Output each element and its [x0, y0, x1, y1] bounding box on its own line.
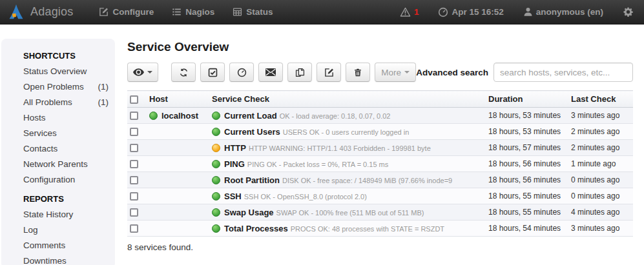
sidebar-item-log[interactable]: Log: [23, 222, 109, 238]
services-count-footer: 8 services found.: [127, 242, 633, 252]
edit-button[interactable]: [317, 63, 341, 82]
last-check-cell: 1 minute ago: [568, 156, 633, 172]
sidebar-section-shortcuts: SHORTCUTS Status Overview Open Problems(…: [23, 51, 115, 188]
settings-button[interactable]: [616, 0, 636, 25]
nav-item-configure[interactable]: Configure: [90, 0, 163, 25]
open-problems-count: (1): [98, 79, 109, 95]
host-status-ok-icon: [149, 112, 158, 120]
service-status-ok-icon: [212, 208, 220, 217]
eye-icon: [133, 68, 144, 76]
alerts-count-badge: 1: [414, 7, 419, 17]
service-link[interactable]: Current Users: [224, 127, 280, 137]
table-row[interactable]: Swap UsageSWAP OK - 100% free (511 MB ou…: [127, 204, 633, 221]
adagios-logo-icon: [8, 4, 25, 21]
column-header-service[interactable]: Service Check: [209, 91, 486, 108]
service-link[interactable]: Root Partition: [224, 175, 280, 185]
service-link[interactable]: Swap Usage: [224, 208, 274, 217]
view-dropdown-button[interactable]: [127, 63, 158, 82]
row-checkbox[interactable]: [130, 144, 138, 152]
table-row[interactable]: SSHSSH OK - OpenSSH_8.0 (protocol 2.0) 1…: [127, 188, 633, 204]
host-link[interactable]: localhost: [161, 111, 198, 121]
service-status-ok-icon: [212, 160, 220, 168]
nav-item-nagios[interactable]: Nagios: [163, 0, 223, 25]
pencil-square-icon: [99, 7, 109, 17]
service-status-warning-icon: [212, 144, 220, 152]
service-link[interactable]: Total Processes: [224, 224, 288, 233]
navbar-right: 1 Apr 15 16:52 anonymous (en): [393, 0, 636, 25]
service-status-detail: OK - load average: 0.18, 0.07, 0.02: [280, 112, 391, 120]
service-status-ok-icon: [212, 112, 220, 120]
row-checkbox[interactable]: [130, 192, 138, 201]
top-navbar: Adagios Configure Nagios Status 1 Apr: [0, 0, 644, 25]
list-icon: [172, 7, 182, 17]
clock-datetime[interactable]: Apr 15 16:52: [431, 0, 510, 25]
clock-icon: [438, 7, 448, 17]
refresh-button[interactable]: [171, 63, 196, 82]
select-all-checkbox[interactable]: [130, 95, 138, 104]
search-input[interactable]: [493, 63, 633, 82]
table-row[interactable]: Total ProcessesPROCS OK: 48 processes wi…: [127, 221, 633, 237]
table-row[interactable]: PINGPING OK - Packet loss = 0%, RTA = 0.…: [127, 156, 633, 172]
column-header-host[interactable]: Host: [147, 91, 209, 108]
alerts-indicator[interactable]: 1: [393, 0, 426, 25]
table-row[interactable]: HTTPHTTP WARNING: HTTP/1.1 403 Forbidden…: [127, 140, 633, 156]
gear-icon: [623, 6, 634, 17]
sidebar-section-title: REPORTS: [23, 194, 115, 204]
service-status-detail: SSH OK - OpenSSH_8.0 (protocol 2.0): [244, 193, 367, 201]
sidebar-item-downtimes[interactable]: Downtimes: [23, 253, 109, 265]
sidebar-item-status-overview[interactable]: Status Overview: [23, 64, 109, 79]
sidebar-item-open-problems[interactable]: Open Problems(1): [23, 79, 109, 95]
sidebar-item-comments[interactable]: Comments: [23, 238, 109, 253]
table-row[interactable]: localhost Current LoadOK - load average:…: [127, 108, 633, 124]
sidebar-item-state-history[interactable]: State History: [23, 207, 109, 222]
duration-cell: 18 hours, 54 minutes: [486, 221, 568, 237]
more-label: More: [381, 68, 401, 77]
row-checkbox[interactable]: [130, 160, 138, 168]
row-checkbox[interactable]: [130, 176, 138, 184]
sidebar-item-services[interactable]: Services: [23, 126, 109, 141]
toolbar: More Advanced search: [127, 63, 633, 82]
acknowledge-button[interactable]: [200, 63, 225, 82]
last-check-cell: 2 minutes ago: [568, 124, 633, 140]
schedule-downtime-button[interactable]: [229, 63, 254, 82]
row-checkbox[interactable]: [130, 128, 138, 136]
envelope-icon: [265, 68, 276, 76]
datetime-label: Apr 15 16:52: [452, 7, 503, 17]
row-checkbox[interactable]: [130, 208, 138, 217]
send-notification-button[interactable]: [258, 63, 283, 82]
brand-logo[interactable]: Adagios: [8, 4, 73, 21]
delete-button[interactable]: [346, 63, 370, 82]
duration-cell: 18 hours, 53 minutes: [486, 124, 568, 140]
table-grid-icon: [233, 7, 242, 17]
sidebar-item-contacts[interactable]: Contacts: [23, 141, 109, 157]
table-row[interactable]: Root PartitionDISK OK - free space: / 14…: [127, 172, 633, 188]
duration-cell: 18 hours, 56 minutes: [486, 156, 568, 172]
warning-triangle-icon: [400, 7, 411, 17]
service-status-ok-icon: [212, 128, 220, 136]
edit-pencil-square-icon: [324, 68, 334, 77]
sidebar-section-title: SHORTCUTS: [23, 51, 115, 61]
check-square-icon: [208, 68, 218, 77]
service-link[interactable]: PING: [224, 159, 245, 169]
sidebar-item-all-problems[interactable]: All Problems(1): [23, 95, 109, 110]
service-status-detail: USERS OK - 0 users currently logged in: [283, 128, 410, 136]
page-title: Service Overview: [127, 40, 633, 54]
main-content: Service Overview: [127, 36, 633, 252]
column-header-last-check[interactable]: Last Check: [568, 91, 633, 108]
service-link[interactable]: Current Load: [224, 111, 277, 121]
column-header-duration[interactable]: Duration: [486, 91, 568, 108]
service-link[interactable]: HTTP: [224, 143, 246, 153]
copy-icon: [295, 68, 305, 77]
nav-item-status[interactable]: Status: [223, 0, 282, 25]
service-link[interactable]: SSH: [224, 191, 242, 201]
sidebar-item-configuration[interactable]: Configuration: [23, 172, 109, 188]
row-checkbox[interactable]: [130, 112, 138, 120]
sidebar-item-hosts[interactable]: Hosts: [23, 110, 109, 126]
more-dropdown-button[interactable]: More: [375, 63, 416, 82]
copy-button[interactable]: [287, 63, 312, 82]
user-menu[interactable]: anonymous (en): [517, 0, 610, 25]
table-row[interactable]: Current UsersUSERS OK - 0 users currentl…: [127, 124, 633, 140]
last-check-cell: 0 minutes ago: [568, 172, 633, 188]
sidebar-item-network-parents[interactable]: Network Parents: [23, 157, 109, 172]
row-checkbox[interactable]: [130, 224, 138, 233]
